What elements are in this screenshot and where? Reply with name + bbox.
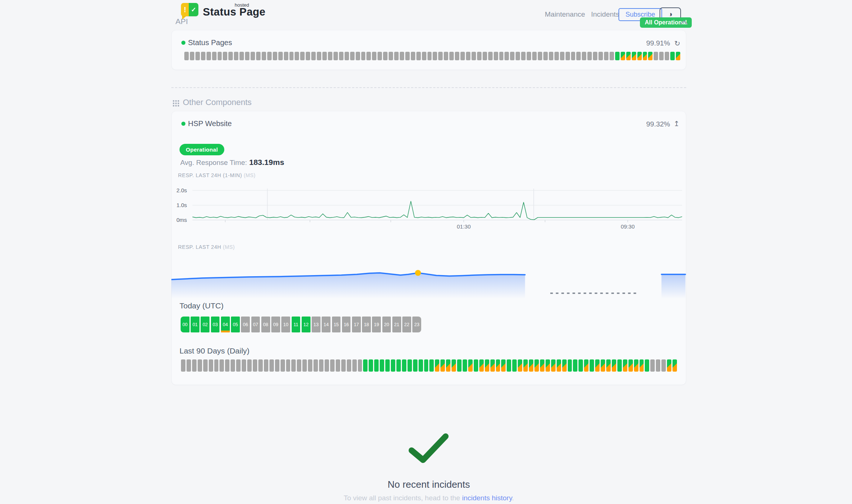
uptime-bar[interactable] <box>190 52 194 60</box>
uptime-bar[interactable] <box>429 359 434 372</box>
uptime-bar[interactable] <box>262 52 266 60</box>
uptime-bar[interactable] <box>225 359 229 372</box>
uptime-bar[interactable] <box>672 359 677 372</box>
uptime-bar[interactable] <box>598 52 603 60</box>
uptime-bar[interactable] <box>245 52 249 60</box>
uptime-bar[interactable] <box>665 52 669 60</box>
hour-block[interactable]: 02 <box>201 317 209 332</box>
hour-block[interactable]: 21 <box>392 317 401 332</box>
uptime-bar[interactable] <box>234 52 238 60</box>
uptime-bar[interactable] <box>275 359 279 372</box>
uptime-bar[interactable] <box>593 52 597 60</box>
uptime-bar[interactable] <box>617 359 622 372</box>
uptime-bar[interactable] <box>654 52 658 60</box>
uptime-bar[interactable] <box>361 52 366 60</box>
hour-block[interactable]: 16 <box>342 317 351 332</box>
uptime-bar[interactable] <box>336 359 340 372</box>
uptime-bar[interactable] <box>518 359 522 372</box>
uptime-bar[interactable] <box>623 359 627 372</box>
uptime-bar[interactable] <box>218 52 222 60</box>
hour-block[interactable]: 01 <box>191 317 199 332</box>
uptime-bar[interactable] <box>181 359 185 372</box>
hour-block[interactable]: 15 <box>332 317 341 332</box>
uptime-bar[interactable] <box>474 359 478 372</box>
response-line-chart[interactable] <box>192 189 682 227</box>
uptime-bar[interactable] <box>369 359 373 372</box>
uptime-bar[interactable] <box>446 359 450 372</box>
uptime-bar[interactable] <box>551 359 556 372</box>
uptime-bar[interactable] <box>457 359 462 372</box>
uptime-bar[interactable] <box>479 359 484 372</box>
uptime-bar[interactable] <box>650 359 655 372</box>
hour-block[interactable]: 11 <box>292 317 301 332</box>
uptime-bar[interactable] <box>352 359 357 372</box>
refresh-icon[interactable]: ↻ <box>674 39 680 48</box>
uptime-bar[interactable] <box>402 359 406 372</box>
uptime-bar[interactable] <box>291 359 296 372</box>
uptime-bar[interactable] <box>396 359 401 372</box>
uptime-bar[interactable] <box>507 359 511 372</box>
uptime-bar[interactable] <box>610 52 614 60</box>
hour-block[interactable]: 10 <box>281 317 290 332</box>
uptime-bar[interactable] <box>634 359 638 372</box>
uptime-bar[interactable] <box>543 52 548 60</box>
uptime-bar[interactable] <box>308 359 312 372</box>
hour-block[interactable]: 20 <box>382 317 391 332</box>
uptime-bar[interactable] <box>490 359 495 372</box>
uptime-bar[interactable] <box>207 52 211 60</box>
uptime-bar[interactable] <box>236 359 241 372</box>
uptime-bar[interactable] <box>219 359 224 372</box>
uptime-bar[interactable] <box>463 359 467 372</box>
uptime-bar[interactable] <box>214 359 219 372</box>
uptime-bar[interactable] <box>582 52 586 60</box>
uptime-bar[interactable] <box>466 52 470 60</box>
uptime-bar[interactable] <box>568 359 572 372</box>
uptime-bar[interactable] <box>455 52 459 60</box>
uptime-bar[interactable] <box>325 359 329 372</box>
uptime-bar[interactable] <box>557 359 561 372</box>
uptime-bar[interactable] <box>317 52 321 60</box>
hour-block[interactable]: 07 <box>251 317 260 332</box>
hour-block[interactable]: 06 <box>241 317 250 332</box>
hour-block[interactable]: 08 <box>261 317 270 332</box>
uptime-bar[interactable] <box>648 52 653 60</box>
uptime-bar[interactable] <box>231 359 235 372</box>
uptime-bar[interactable] <box>297 359 301 372</box>
response-area-chart[interactable] <box>171 254 686 300</box>
uptime-bar[interactable] <box>587 52 592 60</box>
uptime-bar[interactable] <box>267 52 272 60</box>
uptime-bar[interactable] <box>643 52 647 60</box>
uptime-bar[interactable] <box>615 52 620 60</box>
uptime-bar[interactable] <box>595 359 600 372</box>
uptime-bar[interactable] <box>372 52 376 60</box>
uptime-bar[interactable] <box>385 359 390 372</box>
uptime-bar[interactable] <box>313 359 318 372</box>
uptime-bar[interactable] <box>571 52 576 60</box>
uptime-bar[interactable] <box>366 52 371 60</box>
uptime-bar[interactable] <box>286 359 291 372</box>
uptime-bar[interactable] <box>440 359 445 372</box>
uptime-bar[interactable] <box>422 52 426 60</box>
uptime-bar[interactable] <box>363 359 368 372</box>
hour-block[interactable]: 18 <box>362 317 371 332</box>
uptime-bar[interactable] <box>228 52 233 60</box>
uptime-bar[interactable] <box>411 52 415 60</box>
uptime-bar[interactable] <box>209 359 213 372</box>
uptime-bar[interactable] <box>626 52 631 60</box>
uptime-bar[interactable] <box>192 359 197 372</box>
uptime-bar[interactable] <box>488 52 493 60</box>
uptime-bar[interactable] <box>203 359 208 372</box>
hour-block[interactable]: 05 <box>231 317 240 332</box>
uptime-bar[interactable] <box>378 52 382 60</box>
uptime-bar[interactable] <box>319 359 323 372</box>
uptime-bar[interactable] <box>405 52 410 60</box>
uptime-bar[interactable] <box>637 52 642 60</box>
uptime-bar[interactable] <box>472 52 476 60</box>
hour-block[interactable]: 04 <box>221 317 230 332</box>
uptime-bar[interactable] <box>604 52 608 60</box>
uptime-bar[interactable] <box>512 359 517 372</box>
uptime-bar[interactable] <box>345 52 349 60</box>
uptime-bar[interactable] <box>452 359 456 372</box>
uptime-bar[interactable] <box>198 359 202 372</box>
uptime-bar[interactable] <box>269 359 274 372</box>
